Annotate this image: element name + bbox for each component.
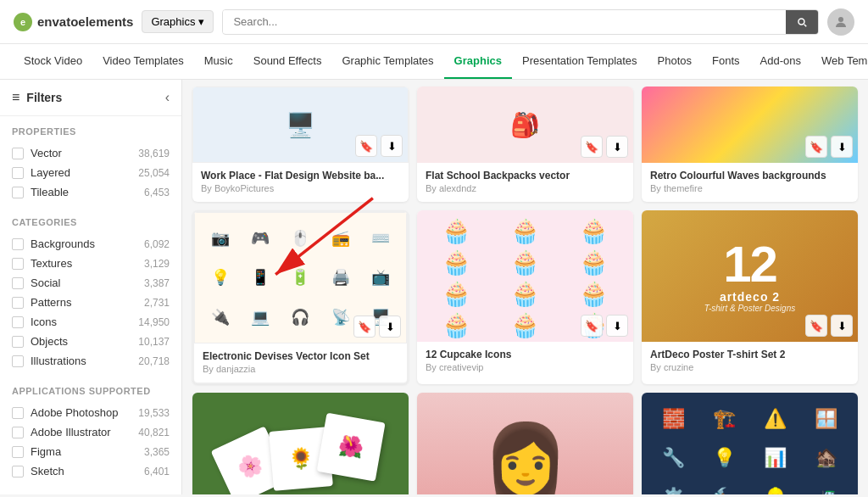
card-boho[interactable]: 🌸 🌻 🌺 🔖 ⬇ Bright Boho Patterns By barsrs… [192,393,409,494]
bookmark-button-cupcakes[interactable]: 🔖 [581,315,603,337]
layered-checkbox[interactable] [12,167,24,179]
svg-point-0 [838,17,843,22]
sketch-checkbox[interactable] [12,466,24,477]
download-button-artdeco[interactable]: ⬇ [831,315,853,337]
nav-addons[interactable]: Add-ons [750,44,811,79]
card-electronics[interactable]: 📷 🎮 🖱️ 📻 ⌨️ 💡 📱 🔋 🖨️ 📺 🔌 💻 [192,210,409,384]
filter-social[interactable]: Social 3,387 [12,273,170,293]
card-title-cupcakes: 12 Cupcake Icons [426,349,625,360]
content-area: 🖥️ 🔖 ⬇ Work Place - Flat Design Website … [182,80,868,494]
filter-illustrations[interactable]: Illustrations 20,718 [12,351,170,371]
social-checkbox[interactable] [12,277,24,289]
card-image-electronics: 📷 🎮 🖱️ 📻 ⌨️ 💡 📱 🔋 🖨️ 📺 🔌 💻 [194,212,407,343]
avatar[interactable] [827,8,854,36]
nav-fonts[interactable]: Fonts [702,44,750,79]
filter-icons[interactable]: Icons 14,950 [12,312,170,332]
nav-graphic-templates[interactable]: Graphic Templates [331,44,443,79]
card-construction[interactable]: 🧱 🏗️ ⚠️ 🪟 🔧 💡 📊 🏚️ ⚙️ 🔨 👷 🚜 🔖 [642,393,858,494]
card-info-waves: Retro Colourful Waves backgrounds By the… [642,163,858,202]
nav-graphics[interactable]: Graphics [444,44,512,79]
card-artdeco[interactable]: 12 artdeco 2 T-shirt & Poster Designs 🔖 … [642,210,858,384]
category-dropdown[interactable]: Graphics ▾ [142,10,214,33]
bookmark-button-electronics[interactable]: 🔖 [353,316,376,338]
download-button-waves[interactable]: ⬇ [831,136,853,158]
illustrations-label: Illustrations [31,355,86,367]
tileable-checkbox[interactable] [12,187,24,198]
textures-checkbox[interactable] [12,258,24,270]
patterns-checkbox[interactable] [12,297,24,309]
search-button[interactable] [786,10,818,34]
card-backpacks[interactable]: 🎒 🔖 ⬇ Flat School Backpacks vector By al… [417,87,633,202]
logo-text: envatoelements [37,14,133,29]
figma-label: Figma [31,445,61,458]
categories-section: Categories Backgrounds 6,092 Textures 3,… [0,207,181,376]
nav-video-templates[interactable]: Video Templates [92,44,194,79]
nav-web-templates[interactable]: Web Templates [811,44,868,79]
bookmark-button-waves[interactable]: 🔖 [805,136,827,158]
photoshop-count: 19,533 [138,407,170,419]
filter-layered[interactable]: Layered 25,054 [12,163,170,182]
filter-illustrator[interactable]: Adobe Illustrator 40,821 [12,422,170,442]
filter-patterns[interactable]: Patterns 2,731 [12,293,170,312]
filter-tileable[interactable]: Tileable 6,453 [12,182,170,202]
filter-vector[interactable]: Vector 38,619 [12,143,170,163]
figma-checkbox[interactable] [12,446,24,458]
tileable-label: Tileable [31,186,69,198]
card-info-cupcakes: 12 Cupcake Icons By creativevip [417,342,633,381]
download-button-backpacks[interactable]: ⬇ [606,136,628,158]
filter-objects[interactable]: Objects 10,137 [12,332,170,351]
card-info-artdeco: ArtDeco Poster T-shirt Set 2 By cruzine [642,342,858,381]
objects-checkbox[interactable] [12,336,24,348]
photoshop-checkbox[interactable] [12,407,24,419]
card-title-workplace: Work Place - Flat Design Website ba... [201,170,400,181]
nav-music[interactable]: Music [194,44,243,79]
nav-photos[interactable]: Photos [648,44,702,79]
objects-count: 10,137 [138,336,170,348]
logo[interactable]: e envatoelements [14,13,133,31]
layered-count: 25,054 [138,167,170,179]
filter-backgrounds[interactable]: Backgrounds 6,092 [12,234,170,254]
bookmark-button-artdeco[interactable]: 🔖 [805,315,827,337]
filter-sketch[interactable]: Sketch 6,401 [12,461,170,481]
filters-label: Filters [26,91,62,104]
filter-lines-icon: ≡ [12,90,19,105]
bookmark-button[interactable]: 🔖 [355,135,377,157]
card-image-artdeco: 12 artdeco 2 T-shirt & Poster Designs 🔖 … [642,210,858,342]
nav-presentation-templates[interactable]: Presentation Templates [512,44,648,79]
download-button[interactable]: ⬇ [381,135,403,157]
illustrations-checkbox[interactable] [12,355,24,367]
card-workplace[interactable]: 🖥️ 🔖 ⬇ Work Place - Flat Design Website … [192,87,409,202]
filter-figma[interactable]: Figma 3,365 [12,442,170,461]
card-author-artdeco: By cruzine [650,362,849,372]
search-input[interactable] [223,10,786,33]
card-image-construction: 🧱 🏗️ ⚠️ 🪟 🔧 💡 📊 🏚️ ⚙️ 🔨 👷 🚜 🔖 [642,393,858,494]
bookmark-button-backpacks[interactable]: 🔖 [581,136,603,158]
download-button-cupcakes[interactable]: ⬇ [606,315,628,337]
card-info-workplace: Work Place - Flat Design Website ba... B… [192,163,409,202]
card-cupcakes[interactable]: 🧁 🧁 🧁 🧁 🧁 🧁 🧁 🧁 🧁 🧁 🧁 🧁 [417,210,633,384]
social-label: Social [31,276,60,289]
card-info-backpacks: Flat School Backpacks vector By alexdndz [417,163,633,202]
nav-sound-effects[interactable]: Sound Effects [243,44,332,79]
filter-photoshop[interactable]: Adobe Photoshop 19,533 [12,403,170,422]
navigation: Stock Video Video Templates Music Sound … [0,44,868,80]
search-icon [796,16,808,28]
nav-stock-video[interactable]: Stock Video [14,44,92,79]
card-waves[interactable]: 🔖 ⬇ Retro Colourful Waves backgrounds By… [642,87,858,202]
filter-textures[interactable]: Textures 3,129 [12,254,170,273]
card-title-waves: Retro Colourful Waves backgrounds [650,170,849,181]
objects-label: Objects [31,335,68,348]
logo-icon: e [14,13,32,31]
filters-title: ≡ Filters [12,90,62,105]
card-actions-artdeco: 🔖 ⬇ [805,315,853,337]
vector-checkbox[interactable] [12,148,24,159]
illustrator-checkbox[interactable] [12,427,24,438]
card-actions-cupcakes: 🔖 ⬇ [581,315,628,337]
collapse-button[interactable]: ‹ [165,90,170,105]
card-image-boho: 🌸 🌻 🌺 🔖 ⬇ [192,393,409,494]
backgrounds-checkbox[interactable] [12,238,24,250]
download-button-electronics[interactable]: ⬇ [379,316,401,338]
card-actions-backpacks: 🔖 ⬇ [581,136,628,158]
card-girl[interactable]: 👩 🔖 ⬇ Beautiful Girl Looking at You By d… [417,393,633,494]
icons-checkbox[interactable] [12,316,24,328]
